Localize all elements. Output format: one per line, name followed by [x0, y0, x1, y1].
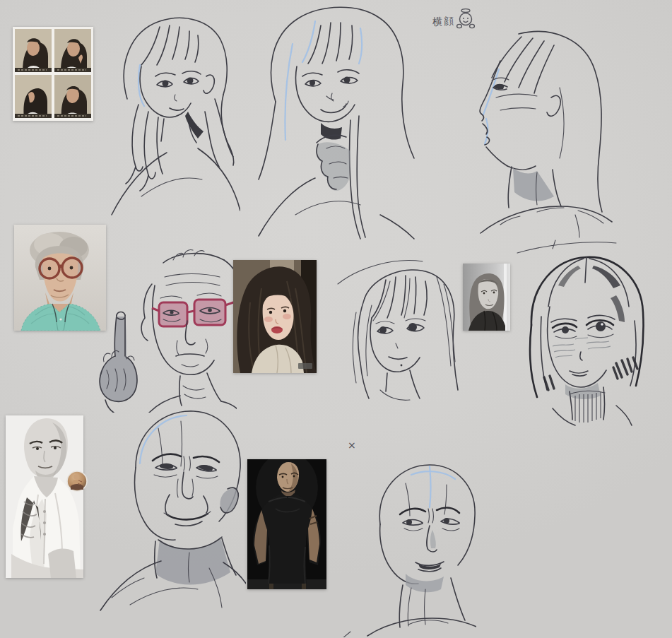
photo-grid-woman-reference[interactable]	[13, 27, 93, 121]
photo-girl-bw-small-image	[463, 264, 510, 331]
reference-board-canvas[interactable]: 横顔	[0, 0, 672, 638]
sketch-girl-pointing[interactable]	[253, 1, 421, 250]
photo-girl-dark-hair-image	[233, 260, 317, 373]
sketch-elderly-man-middle-finger[interactable]	[94, 242, 237, 413]
photo-elderly-woman[interactable]	[14, 225, 106, 331]
photo-grid-woman-reference-image	[13, 27, 93, 121]
sticker-round-color-badge[interactable]	[66, 471, 88, 492]
sketch-girl-bob-freckles[interactable]	[510, 239, 666, 427]
sketch-girl-pointing-drawing	[253, 1, 421, 250]
sketch-bald-man-smirk[interactable]	[90, 400, 246, 612]
photo-rock-dark[interactable]	[247, 459, 326, 589]
sticker-round-color-badge-image	[66, 471, 88, 492]
sketch-girl-three-quarter[interactable]	[99, 6, 240, 219]
sketch-girl-side-glance[interactable]	[331, 256, 465, 408]
sketch-girl-profile-drawing	[454, 20, 618, 244]
sketch-bald-man-smirk-drawing	[90, 400, 246, 612]
photo-girl-dark-hair[interactable]	[233, 260, 317, 373]
annotation-profile-label: 横顔	[432, 15, 456, 29]
sketch-girl-bob-drawing	[510, 239, 666, 427]
sketch-girl-side-glance-drawing	[331, 256, 465, 408]
sketch-bald-man-concerned-drawing	[341, 447, 476, 637]
photo-rock-bw[interactable]	[6, 415, 83, 578]
sketch-elderly-man-drawing	[94, 242, 237, 413]
photo-elderly-woman-image	[14, 225, 106, 331]
profile-label-text: 横顔	[432, 15, 456, 28]
sketch-bald-man-concerned[interactable]	[341, 447, 476, 637]
photo-rock-dark-image	[247, 459, 326, 589]
sketch-girl-three-quarter-drawing	[99, 6, 240, 219]
photo-girl-bw-small[interactable]	[463, 264, 510, 331]
sketch-girl-profile[interactable]	[454, 20, 618, 244]
photo-rock-bw-image	[6, 415, 83, 578]
